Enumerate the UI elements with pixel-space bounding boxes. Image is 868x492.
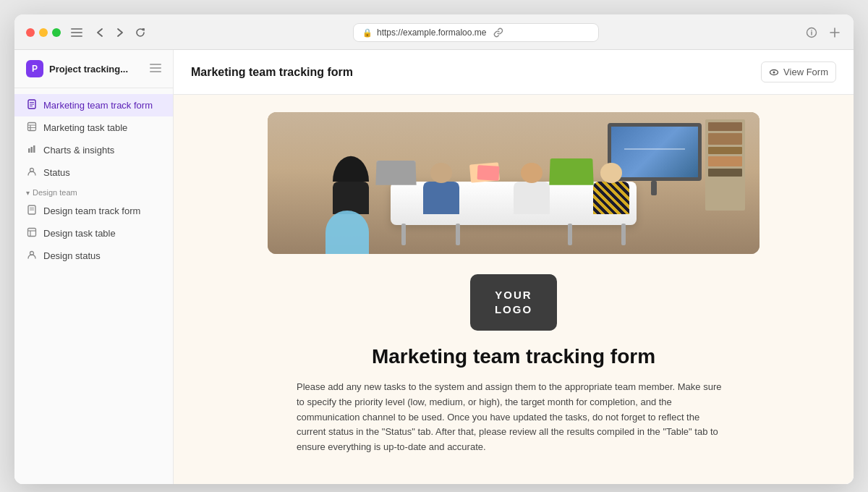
svg-rect-10 (150, 71, 161, 72)
browser-window: 🔒 https://example.formaloo.me P (14, 14, 854, 484)
chevron-icon: ▾ (26, 189, 30, 197)
app-title: Project tracking... (49, 64, 128, 75)
sidebar-item-design-status[interactable]: Design status (14, 245, 173, 267)
traffic-light-green[interactable] (52, 28, 61, 37)
back-button[interactable] (93, 25, 107, 40)
app-icon: P (26, 60, 43, 77)
logo-line2: LOGO (495, 302, 532, 317)
sidebar-item-design-task-table[interactable]: Design task table (14, 222, 173, 245)
sidebar-item-label: Design status (43, 250, 101, 261)
table-icon (26, 227, 38, 239)
browser-right-buttons (804, 25, 842, 40)
browser-nav-buttons (93, 25, 148, 40)
main-content: Marketing team tracking form View Form (174, 50, 854, 484)
sidebar-toggle-button[interactable] (150, 62, 161, 75)
sidebar-item-status[interactable]: Status (14, 161, 173, 184)
sidebar-header: P Project tracking... (14, 50, 173, 88)
sidebar-item-label: Marketing team track form (43, 100, 153, 111)
sidebar-item-label: Charts & insights (43, 145, 114, 156)
svg-rect-0 (71, 28, 82, 30)
svg-rect-1 (71, 32, 82, 33)
url-text: https://example.formaloo.me (377, 27, 486, 38)
svg-rect-21 (33, 145, 35, 153)
form-description: Please add any new tasks to the system a… (268, 380, 760, 455)
svg-point-5 (811, 30, 812, 31)
form-main-title: Marketing team tracking form (343, 345, 684, 368)
svg-rect-19 (28, 148, 30, 153)
browser-chrome: 🔒 https://example.formaloo.me (14, 14, 854, 50)
view-form-label: View Form (783, 67, 828, 77)
address-bar-container: 🔒 https://example.formaloo.me (156, 23, 796, 42)
view-form-button[interactable]: View Form (761, 62, 836, 82)
table-icon (26, 122, 38, 134)
chart-icon (26, 144, 38, 156)
svg-rect-20 (31, 147, 33, 153)
svg-rect-9 (150, 67, 161, 69)
doc-icon (26, 205, 38, 217)
svg-rect-8 (150, 64, 161, 65)
traffic-lights (26, 28, 61, 37)
sidebar-item-label: Design team track form (43, 205, 140, 216)
form-preview-area: YOUR LOGO Marketing team tracking form P… (174, 95, 854, 484)
traffic-light-yellow[interactable] (39, 28, 48, 37)
user-icon (26, 166, 38, 179)
eye-icon (769, 67, 779, 77)
sidebar: P Project tracking... Marketing team tra… (14, 50, 174, 484)
sidebar-item-marketing-track-form[interactable]: Marketing team track form (14, 94, 173, 116)
user-icon (26, 250, 38, 262)
address-bar[interactable]: 🔒 https://example.formaloo.me (353, 23, 599, 42)
svg-rect-2 (71, 35, 82, 37)
lock-icon: 🔒 (362, 28, 373, 38)
section-label: Design team (33, 188, 77, 197)
info-button[interactable] (804, 25, 819, 40)
sidebar-item-design-track-form[interactable]: Design team track form (14, 200, 173, 222)
doc-icon (26, 99, 38, 111)
svg-rect-26 (28, 229, 36, 237)
sidebar-toggle-icon[interactable] (69, 25, 84, 40)
link-icon (493, 27, 503, 38)
sidebar-item-label: Status (43, 167, 70, 178)
sidebar-item-label: Design task table (43, 228, 116, 239)
browser-controls: 🔒 https://example.formaloo.me (26, 23, 842, 42)
sidebar-item-label: Marketing task table (43, 122, 127, 133)
sidebar-item-marketing-task-table[interactable]: Marketing task table (14, 116, 173, 139)
content-header: Marketing team tracking form View Form (174, 50, 854, 95)
reload-button[interactable] (133, 25, 148, 40)
logo-placeholder: YOUR LOGO (470, 274, 557, 331)
sidebar-item-charts-insights[interactable]: Charts & insights (14, 139, 173, 161)
traffic-light-red[interactable] (26, 28, 35, 37)
sidebar-nav: Marketing team track form Marketing task… (14, 88, 173, 484)
svg-rect-15 (28, 123, 36, 131)
logo-line1: YOUR (495, 288, 532, 302)
new-tab-button[interactable] (827, 25, 842, 40)
meeting-scene (268, 112, 760, 254)
form-hero-image (268, 112, 760, 254)
svg-point-31 (773, 71, 775, 73)
page-title: Marketing team tracking form (191, 66, 353, 79)
design-team-section[interactable]: ▾ Design team (14, 184, 173, 200)
app-layout: P Project tracking... Marketing team tra… (14, 50, 854, 484)
forward-button[interactable] (113, 25, 127, 40)
